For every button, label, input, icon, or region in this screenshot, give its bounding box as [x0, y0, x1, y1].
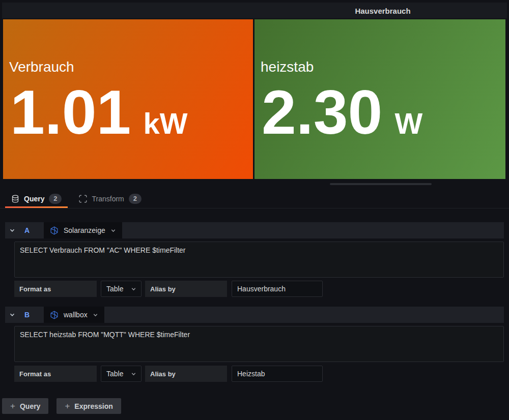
tab-query-count-badge: 2 — [49, 194, 62, 204]
tab-transform-label: Transform — [92, 195, 124, 203]
datasource-name: wallbox — [64, 311, 88, 319]
collapse-chevron-icon[interactable] — [9, 312, 15, 318]
stat-unit: W — [394, 111, 422, 136]
database-icon — [11, 195, 19, 203]
add-query-button[interactable]: + Query — [2, 398, 48, 414]
tab-query[interactable]: Query 2 — [5, 189, 68, 208]
add-expression-button[interactable]: + Expression — [56, 398, 121, 414]
format-as-value: Table — [106, 285, 123, 293]
query-sql-editor-a[interactable]: SELECT Verbrauch FROM "AC" WHERE $timeFi… — [14, 242, 504, 278]
datasource-picker-b[interactable]: wallbox — [44, 307, 104, 323]
transform-icon — [79, 195, 87, 203]
alias-by-value: Hausverbrauch — [237, 285, 286, 293]
stat-value: 1.01 — [10, 86, 131, 139]
stat-label: Verbrauch — [9, 59, 74, 75]
horizontal-scrollbar-thumb[interactable] — [330, 183, 432, 185]
stat-value: 2.30 — [262, 86, 382, 139]
stat-label: heizstab — [261, 59, 314, 75]
format-as-value: Table — [106, 370, 123, 378]
datasource-name: Solaranzeige — [64, 226, 105, 234]
active-tab-underline — [5, 206, 68, 208]
datasource-picker-a[interactable]: Solaranzeige — [44, 222, 122, 238]
format-as-select[interactable]: Table — [101, 281, 142, 297]
tab-transform-count-badge: 2 — [129, 194, 142, 204]
alias-by-input[interactable]: Heizstab — [232, 366, 323, 382]
alias-by-value: Heizstab — [237, 370, 265, 378]
plus-icon: + — [65, 402, 70, 410]
alias-by-label: Alias by — [145, 281, 227, 297]
stat-value-row: 1.01 kW — [10, 86, 187, 139]
panel-header[interactable]: Hausverbrauch — [2, 3, 507, 18]
stat-unit: kW — [143, 111, 187, 136]
alias-by-label: Alias by — [145, 366, 227, 382]
stat-value-row: 2.30 W — [262, 86, 422, 139]
collapse-chevron-icon[interactable] — [9, 227, 15, 233]
query-options-row-b: Format as Table Alias by Heizstab — [14, 366, 323, 382]
stat-panel-verbrauch: Verbrauch 1.01 kW — [3, 19, 253, 179]
influxdb-datasource-icon — [50, 226, 59, 235]
influxdb-datasource-icon — [50, 311, 59, 319]
sql-text: SELECT heizstab FROM "MQTT" WHERE $timeF… — [20, 331, 190, 339]
query-ref-id: B — [24, 311, 31, 319]
chevron-down-icon — [131, 371, 136, 377]
editor-actions: + Query + Expression — [2, 398, 121, 414]
stat-panel-heizstab: heizstab 2.30 W — [254, 19, 505, 179]
chevron-down-icon — [110, 228, 116, 233]
format-as-select[interactable]: Table — [101, 366, 142, 382]
editor-tabbar: Query 2 Transform 2 — [0, 189, 509, 208]
chevron-down-icon — [131, 286, 136, 292]
query-sql-editor-b[interactable]: SELECT heizstab FROM "MQTT" WHERE $timeF… — [14, 326, 504, 362]
query-options-row-a: Format as Table Alias by Hausverbrauch — [14, 281, 323, 297]
format-as-label: Format as — [14, 281, 97, 297]
sql-text: SELECT Verbrauch FROM "AC" WHERE $timeFi… — [20, 246, 186, 254]
grafana-panel-editor: Hausverbrauch Verbrauch 1.01 kW heizstab… — [0, 0, 509, 420]
alias-by-input[interactable]: Hausverbrauch — [232, 281, 323, 297]
plus-icon: + — [10, 402, 15, 410]
panel-title: Hausverbrauch — [355, 6, 410, 15]
chevron-down-icon — [93, 312, 98, 318]
query-row-header-b[interactable]: B wallbox — [5, 307, 504, 323]
query-row-header-a[interactable]: A Solaranzeige — [5, 222, 504, 238]
query-ref-id: A — [24, 226, 31, 234]
format-as-label: Format as — [14, 366, 97, 382]
tab-transform[interactable]: Transform 2 — [73, 189, 147, 208]
tab-query-label: Query — [24, 195, 44, 203]
